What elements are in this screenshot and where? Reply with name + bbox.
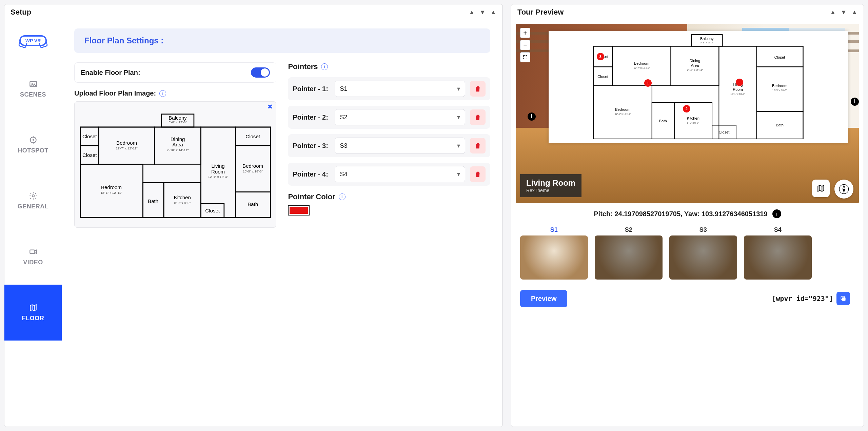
- scene-tab-s3[interactable]: S3: [669, 226, 737, 280]
- pitch-value: 24.197098527019705: [614, 210, 680, 218]
- left-column: Enable Floor Plan: Upload Floor Plan Ima…: [74, 62, 276, 228]
- svg-text:Bedroom: Bedroom: [116, 140, 137, 146]
- caret-icon[interactable]: ▲: [851, 9, 857, 16]
- svg-text:Closet: Closet: [205, 208, 220, 213]
- overlay-pointer[interactable]: 1: [644, 79, 652, 87]
- viewport-controls: + −: [520, 28, 530, 62]
- sidebar-item-label: SCENES: [20, 91, 46, 98]
- svg-rect-50: [612, 46, 671, 85]
- tour-viewport[interactable]: + − i i Balcony5'-8" x 12'-8" Closet Clo…: [516, 24, 859, 203]
- pointer-color-title: Pointer Color: [288, 192, 335, 201]
- svg-text:Dining: Dining: [690, 59, 701, 63]
- scene-thumbnail: [520, 235, 588, 280]
- color-swatch-inner: [290, 207, 308, 214]
- pointer-value: S2: [340, 114, 347, 121]
- remove-image-icon[interactable]: ✖: [268, 103, 273, 110]
- sidebar-item-label: FLOOR: [22, 315, 44, 322]
- collapse-down-icon[interactable]: ▼: [479, 9, 486, 16]
- svg-text:5'-8" x 12'-8": 5'-8" x 12'-8": [700, 41, 714, 44]
- scene-tab-s2[interactable]: S2: [595, 226, 663, 280]
- info-icon[interactable]: i: [321, 63, 328, 70]
- yaw-value: 103.91276346051319: [702, 210, 768, 218]
- svg-text:5'-8" x 12'-8": 5'-8" x 12'-8": [169, 120, 186, 124]
- preview-button[interactable]: Preview: [520, 290, 568, 307]
- pointer-select-2[interactable]: S2▾: [335, 109, 465, 125]
- overlay-pointer[interactable]: 3: [597, 53, 604, 60]
- enable-floor-plan-toggle[interactable]: [251, 67, 270, 78]
- svg-text:Living: Living: [211, 163, 224, 169]
- svg-text:Bedroom: Bedroom: [772, 84, 787, 88]
- delete-pointer-button[interactable]: [470, 109, 486, 125]
- scene-thumbnail: [744, 235, 812, 280]
- caret-icon[interactable]: ▲: [490, 9, 496, 16]
- collapse-up-icon[interactable]: ▲: [830, 9, 836, 16]
- svg-text:Closet: Closet: [82, 134, 97, 139]
- pointer-label: Pointer - 3:: [293, 141, 330, 150]
- svg-text:12'-1" x 12'-11": 12'-1" x 12'-11": [100, 191, 122, 194]
- overlay-pointer[interactable]: 2: [683, 105, 690, 112]
- svg-point-1: [32, 83, 33, 84]
- scene-tab-s1[interactable]: S1: [520, 226, 588, 280]
- setup-title: Setup: [11, 8, 31, 17]
- copy-shortcode-button[interactable]: [836, 292, 850, 305]
- sidebar-item-general[interactable]: GENERAL: [4, 173, 62, 229]
- delete-pointer-button[interactable]: [470, 138, 486, 153]
- hotspot-info-right[interactable]: i: [851, 98, 859, 106]
- zoom-out-button[interactable]: −: [520, 40, 530, 50]
- sidebar-item-video[interactable]: VIDEO: [4, 229, 62, 285]
- delete-pointer-button[interactable]: [470, 81, 486, 97]
- trash-icon: [474, 85, 481, 93]
- svg-text:Closet: Closet: [597, 75, 608, 79]
- section-title: Floor Plan Settings :: [74, 28, 490, 53]
- collapse-down-icon[interactable]: ▼: [841, 9, 847, 16]
- target-icon: [29, 136, 38, 144]
- sidebar-item-floor[interactable]: FLOOR: [4, 285, 62, 341]
- svg-text:Bath: Bath: [248, 201, 258, 207]
- svg-text:Bedroom: Bedroom: [634, 61, 649, 65]
- delete-pointer-button[interactable]: [470, 166, 486, 182]
- floor-plan-thumbnail: ✖ Balcony5'-8" x 12'-8" Closet Closet Be…: [74, 101, 276, 228]
- trash-icon: [474, 142, 481, 149]
- svg-text:Bath: Bath: [148, 198, 158, 204]
- pointer-select-1[interactable]: S1▾: [335, 81, 465, 97]
- chevron-down-icon: ▾: [457, 114, 460, 121]
- collapse-up-icon[interactable]: ▲: [469, 9, 475, 16]
- preview-body: + − i i Balcony5'-8" x 12'-8" Closet Clo…: [511, 20, 864, 427]
- scene-author: RexTheme: [526, 188, 575, 193]
- svg-rect-5: [30, 250, 35, 254]
- svg-text:8'-3" x 8'-0": 8'-3" x 8'-0": [687, 122, 699, 124]
- fullscreen-button[interactable]: [520, 52, 530, 62]
- svg-rect-79: [842, 297, 846, 301]
- pointer-color-picker[interactable]: [288, 205, 310, 216]
- pointer-select-4[interactable]: S4▾: [335, 166, 465, 182]
- compass-button[interactable]: [834, 180, 853, 199]
- toggle-floorplan-button[interactable]: [812, 180, 830, 197]
- pointer-value: S1: [340, 85, 347, 93]
- floor-plan-overlay-svg: Balcony5'-8" x 12'-8" Closet Closet Bedr…: [551, 34, 845, 140]
- scene-thumbnail: [595, 235, 663, 280]
- sidebar-item-label: HOTSPOT: [18, 147, 48, 154]
- download-icon[interactable]: ↓: [772, 209, 781, 218]
- overlay-pointer[interactable]: [736, 79, 743, 86]
- pointer-row-3: Pointer - 3: S3▾: [288, 134, 490, 157]
- svg-text:12'-7" x 12'-11": 12'-7" x 12'-11": [116, 146, 138, 150]
- sidebar-item-scenes[interactable]: SCENES: [4, 61, 62, 117]
- fullscreen-icon: [522, 55, 528, 60]
- image-icon: [29, 80, 38, 88]
- pointer-row-4: Pointer - 4: S4▾: [288, 163, 490, 186]
- pointers-title: Pointers: [288, 62, 318, 71]
- svg-text:Area: Area: [172, 142, 183, 147]
- floor-plan-overlay[interactable]: Balcony5'-8" x 12'-8" Closet Closet Bedr…: [549, 31, 848, 143]
- scene-tab-s4[interactable]: S4: [744, 226, 812, 280]
- scene-tab-label: S3: [699, 226, 707, 233]
- scene-tab-label: S2: [625, 226, 632, 233]
- info-icon[interactable]: i: [159, 90, 166, 97]
- svg-text:12'-7" x 12'-11": 12'-7" x 12'-11": [634, 67, 650, 69]
- upload-label: Upload Floor Plan Image:: [74, 89, 156, 97]
- info-icon[interactable]: i: [339, 193, 346, 200]
- pointer-select-3[interactable]: S3▾: [335, 138, 465, 154]
- scene-caption: Living Room RexTheme: [520, 174, 581, 197]
- zoom-in-button[interactable]: +: [520, 28, 530, 38]
- sidebar-item-hotspot[interactable]: HOTSPOT: [4, 117, 62, 173]
- hotspot-info-left[interactable]: i: [528, 112, 536, 121]
